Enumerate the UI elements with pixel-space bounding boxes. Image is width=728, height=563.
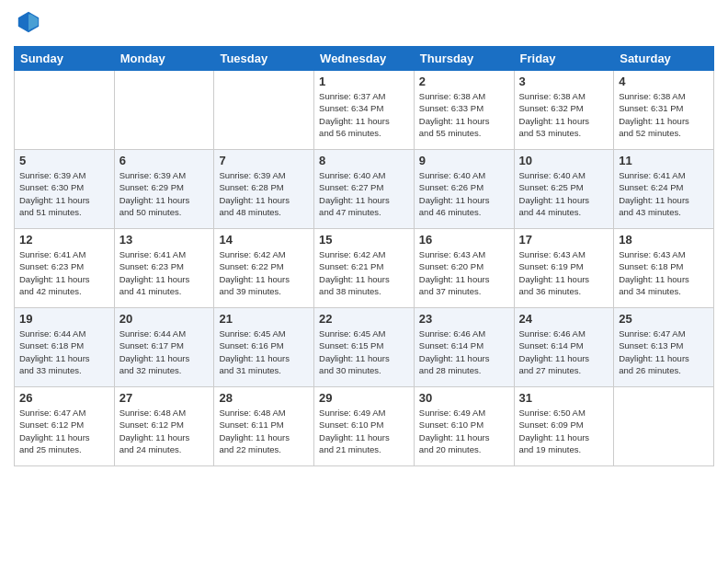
calendar-cell: 13Sunrise: 6:41 AMSunset: 6:23 PMDayligh…	[114, 229, 214, 308]
day-number: 4	[619, 75, 709, 88]
day-number: 21	[219, 312, 309, 326]
day-number: 26	[19, 391, 109, 405]
day-number: 5	[19, 154, 109, 167]
calendar-cell: 24Sunrise: 6:46 AMSunset: 6:14 PMDayligh…	[514, 308, 614, 387]
day-info: Sunrise: 6:45 AMSunset: 6:15 PMDaylight:…	[319, 327, 409, 376]
calendar-cell: 3Sunrise: 6:38 AMSunset: 6:32 PMDaylight…	[514, 71, 614, 150]
day-info: Sunrise: 6:49 AMSunset: 6:10 PMDaylight:…	[419, 407, 509, 455]
day-number: 30	[419, 391, 509, 405]
weekday-header: Sunday	[15, 47, 115, 71]
calendar-cell: 23Sunrise: 6:46 AMSunset: 6:14 PMDayligh…	[414, 308, 514, 387]
day-number: 25	[619, 312, 709, 326]
calendar-week-row: 12Sunrise: 6:41 AMSunset: 6:23 PMDayligh…	[15, 229, 714, 308]
header	[14, 9, 714, 39]
day-info: Sunrise: 6:46 AMSunset: 6:14 PMDaylight:…	[419, 327, 509, 376]
calendar-cell: 10Sunrise: 6:40 AMSunset: 6:25 PMDayligh…	[514, 150, 614, 229]
calendar-cell	[114, 71, 214, 150]
day-info: Sunrise: 6:49 AMSunset: 6:10 PMDaylight:…	[319, 407, 409, 455]
calendar-cell: 2Sunrise: 6:38 AMSunset: 6:33 PMDaylight…	[414, 71, 514, 150]
day-number: 10	[519, 154, 609, 167]
day-number: 28	[219, 391, 309, 405]
weekday-header: Friday	[514, 47, 614, 71]
day-number: 9	[419, 154, 509, 167]
calendar-cell: 25Sunrise: 6:47 AMSunset: 6:13 PMDayligh…	[614, 308, 714, 387]
calendar-cell: 7Sunrise: 6:39 AMSunset: 6:28 PMDaylight…	[214, 150, 314, 229]
day-number: 3	[519, 75, 609, 88]
day-number: 22	[319, 312, 409, 326]
calendar-cell: 30Sunrise: 6:49 AMSunset: 6:10 PMDayligh…	[414, 387, 514, 466]
day-info: Sunrise: 6:46 AMSunset: 6:14 PMDaylight:…	[519, 327, 609, 376]
calendar: SundayMondayTuesdayWednesdayThursdayFrid…	[14, 46, 714, 466]
day-info: Sunrise: 6:47 AMSunset: 6:13 PMDaylight:…	[619, 327, 709, 376]
calendar-cell	[214, 71, 314, 150]
day-info: Sunrise: 6:38 AMSunset: 6:33 PMDaylight:…	[419, 90, 509, 139]
calendar-cell: 16Sunrise: 6:43 AMSunset: 6:20 PMDayligh…	[414, 229, 514, 308]
day-info: Sunrise: 6:42 AMSunset: 6:21 PMDaylight:…	[319, 248, 409, 297]
day-info: Sunrise: 6:40 AMSunset: 6:27 PMDaylight:…	[319, 169, 409, 218]
day-number: 14	[219, 233, 309, 247]
day-info: Sunrise: 6:38 AMSunset: 6:31 PMDaylight:…	[619, 90, 709, 139]
calendar-cell: 19Sunrise: 6:44 AMSunset: 6:18 PMDayligh…	[15, 308, 115, 387]
weekday-header: Tuesday	[214, 47, 314, 71]
calendar-cell: 20Sunrise: 6:44 AMSunset: 6:17 PMDayligh…	[114, 308, 214, 387]
day-info: Sunrise: 6:48 AMSunset: 6:12 PMDaylight:…	[119, 407, 210, 455]
day-number: 6	[119, 154, 210, 167]
day-number: 29	[319, 391, 409, 405]
day-number: 23	[419, 312, 509, 326]
calendar-cell: 22Sunrise: 6:45 AMSunset: 6:15 PMDayligh…	[314, 308, 415, 387]
calendar-cell: 28Sunrise: 6:48 AMSunset: 6:11 PMDayligh…	[214, 387, 314, 466]
day-info: Sunrise: 6:40 AMSunset: 6:26 PMDaylight:…	[419, 169, 509, 218]
day-number: 7	[219, 154, 309, 167]
calendar-week-row: 19Sunrise: 6:44 AMSunset: 6:18 PMDayligh…	[15, 308, 714, 387]
day-number: 16	[419, 233, 509, 247]
day-number: 31	[519, 391, 609, 405]
calendar-cell: 4Sunrise: 6:38 AMSunset: 6:31 PMDaylight…	[614, 71, 714, 150]
calendar-cell: 26Sunrise: 6:47 AMSunset: 6:12 PMDayligh…	[15, 387, 115, 466]
day-info: Sunrise: 6:40 AMSunset: 6:25 PMDaylight:…	[519, 169, 609, 218]
calendar-cell: 14Sunrise: 6:42 AMSunset: 6:22 PMDayligh…	[214, 229, 314, 308]
day-info: Sunrise: 6:42 AMSunset: 6:22 PMDaylight:…	[219, 248, 309, 297]
weekday-header: Wednesday	[314, 47, 415, 71]
day-info: Sunrise: 6:43 AMSunset: 6:19 PMDaylight:…	[519, 248, 609, 297]
calendar-cell: 17Sunrise: 6:43 AMSunset: 6:19 PMDayligh…	[514, 229, 614, 308]
calendar-cell: 11Sunrise: 6:41 AMSunset: 6:24 PMDayligh…	[614, 150, 714, 229]
day-number: 13	[119, 233, 210, 247]
weekday-header-row: SundayMondayTuesdayWednesdayThursdayFrid…	[15, 47, 714, 71]
day-number: 8	[319, 154, 409, 167]
logo-icon	[16, 9, 41, 35]
calendar-cell: 8Sunrise: 6:40 AMSunset: 6:27 PMDaylight…	[314, 150, 415, 229]
calendar-week-row: 5Sunrise: 6:39 AMSunset: 6:30 PMDaylight…	[15, 150, 714, 229]
day-info: Sunrise: 6:41 AMSunset: 6:23 PMDaylight:…	[119, 248, 210, 297]
logo	[14, 9, 41, 39]
day-info: Sunrise: 6:44 AMSunset: 6:17 PMDaylight:…	[119, 327, 210, 376]
day-number: 17	[519, 233, 609, 247]
day-number: 2	[419, 75, 509, 88]
calendar-cell: 31Sunrise: 6:50 AMSunset: 6:09 PMDayligh…	[514, 387, 614, 466]
day-info: Sunrise: 6:43 AMSunset: 6:20 PMDaylight:…	[419, 248, 509, 297]
day-number: 20	[119, 312, 210, 326]
day-info: Sunrise: 6:41 AMSunset: 6:23 PMDaylight:…	[19, 248, 109, 297]
day-number: 11	[619, 154, 709, 167]
weekday-header: Thursday	[414, 47, 514, 71]
calendar-cell: 9Sunrise: 6:40 AMSunset: 6:26 PMDaylight…	[414, 150, 514, 229]
day-number: 24	[519, 312, 609, 326]
calendar-cell: 27Sunrise: 6:48 AMSunset: 6:12 PMDayligh…	[114, 387, 214, 466]
day-info: Sunrise: 6:47 AMSunset: 6:12 PMDaylight:…	[19, 407, 109, 455]
calendar-week-row: 1Sunrise: 6:37 AMSunset: 6:34 PMDaylight…	[15, 71, 714, 150]
day-info: Sunrise: 6:50 AMSunset: 6:09 PMDaylight:…	[519, 407, 609, 455]
day-number: 1	[319, 75, 409, 88]
calendar-cell: 15Sunrise: 6:42 AMSunset: 6:21 PMDayligh…	[314, 229, 415, 308]
day-info: Sunrise: 6:41 AMSunset: 6:24 PMDaylight:…	[619, 169, 709, 218]
calendar-cell	[15, 71, 115, 150]
calendar-cell: 18Sunrise: 6:43 AMSunset: 6:18 PMDayligh…	[614, 229, 714, 308]
day-number: 27	[119, 391, 210, 405]
calendar-week-row: 26Sunrise: 6:47 AMSunset: 6:12 PMDayligh…	[15, 387, 714, 466]
day-number: 15	[319, 233, 409, 247]
day-info: Sunrise: 6:39 AMSunset: 6:28 PMDaylight:…	[219, 169, 309, 218]
weekday-header: Monday	[114, 47, 214, 71]
weekday-header: Saturday	[614, 47, 714, 71]
calendar-cell: 6Sunrise: 6:39 AMSunset: 6:29 PMDaylight…	[114, 150, 214, 229]
day-info: Sunrise: 6:39 AMSunset: 6:30 PMDaylight:…	[19, 169, 109, 218]
day-number: 19	[19, 312, 109, 326]
day-info: Sunrise: 6:48 AMSunset: 6:11 PMDaylight:…	[219, 407, 309, 455]
